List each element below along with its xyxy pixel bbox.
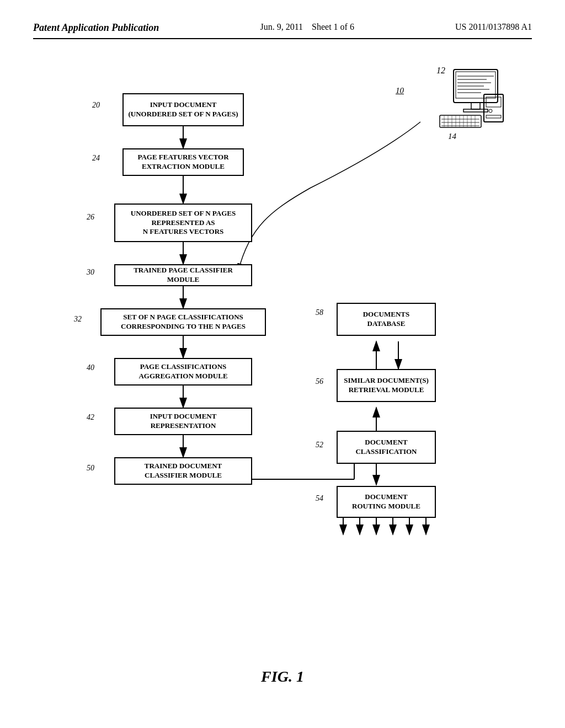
publication-label: Patent Application Publication — [33, 22, 159, 34]
trained-doc-classifier-box: TRAINED DOCUMENT CLASSIFIER MODULE — [114, 457, 252, 485]
set-n-page-box: SET OF N PAGE CLASSIFICATIONS CORRESPOND… — [100, 308, 266, 336]
svg-rect-34 — [486, 115, 501, 118]
computer-illustration — [431, 67, 520, 138]
document-classification-box: DOCUMENT CLASSIFICATION — [337, 431, 436, 464]
ref-54: 54 — [316, 494, 323, 503]
page-class-agg-box: PAGE CLASSIFICATIONS AGGREGATION MODULE — [114, 358, 252, 386]
patent-page: Patent Application Publication Jun. 9, 2… — [0, 0, 565, 728]
ref-58: 58 — [316, 308, 323, 317]
patent-number: US 2011/0137898 A1 — [455, 22, 532, 32]
ref-42: 42 — [87, 413, 94, 422]
ref-56: 56 — [316, 377, 323, 386]
date-sheet: Jun. 9, 2011 Sheet 1 of 6 — [260, 22, 354, 32]
arrows-svg — [34, 56, 531, 662]
ref-40: 40 — [87, 363, 94, 372]
figure-label: FIG. 1 — [33, 668, 532, 686]
ref-20: 20 — [92, 101, 100, 110]
unordered-set-box: UNORDERED SET OF N PAGES REPRESENTED AS … — [114, 204, 252, 242]
input-doc-rep-box: INPUT DOCUMENT REPRESENTATION — [114, 408, 252, 435]
ref-26: 26 — [87, 213, 94, 222]
ref-14: 14 — [448, 132, 456, 141]
similar-doc-retrieval-box: SIMILAR DOCUMENT(S) RETRIEVAL MODULE — [337, 369, 436, 402]
document-routing-box: DOCUMENT ROUTING MODULE — [337, 486, 436, 518]
ref-10: 10 — [396, 86, 404, 95]
documents-database-box: DOCUMENTS DATABASE — [337, 303, 436, 336]
trained-page-classifier-box: TRAINED PAGE CLASSIFIER MODULE — [114, 264, 252, 286]
ref-32: 32 — [74, 315, 82, 324]
page-features-box: PAGE FEATURES VECTOR EXTRACTION MODULE — [122, 148, 244, 176]
ref-24: 24 — [92, 154, 100, 163]
page-header: Patent Application Publication Jun. 9, 2… — [33, 22, 532, 39]
input-document-box: INPUT DOCUMENT (UNORDERED SET OF N PAGES… — [122, 93, 244, 126]
svg-point-33 — [489, 109, 492, 113]
ref-50: 50 — [87, 464, 94, 473]
diagram-area: 12 10 14 INPUT DOCUMENT (UNORDERED SET O… — [34, 56, 531, 662]
svg-rect-29 — [471, 103, 480, 109]
ref-30: 30 — [87, 268, 94, 277]
ref-52: 52 — [316, 441, 323, 449]
ref-12: 12 — [436, 66, 445, 76]
